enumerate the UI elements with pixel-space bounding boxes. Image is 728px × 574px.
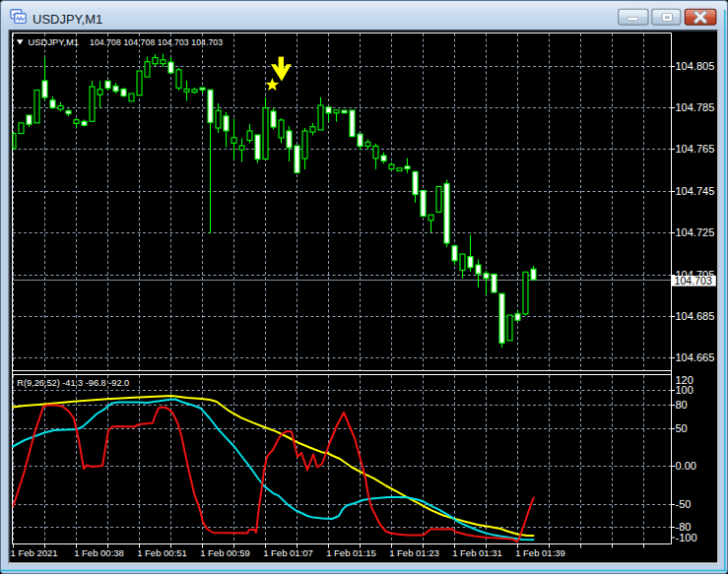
svg-text:1 Feb 01:07: 1 Feb 01:07 xyxy=(263,547,313,558)
svg-text:104.703: 104.703 xyxy=(675,275,712,287)
svg-text:1 Feb 01:23: 1 Feb 01:23 xyxy=(389,547,439,558)
svg-text:100: 100 xyxy=(676,384,694,396)
svg-text:0.00: 0.00 xyxy=(676,460,696,472)
svg-text:104.685: 104.685 xyxy=(676,310,715,322)
svg-text:1 Feb 01:31: 1 Feb 01:31 xyxy=(452,547,502,558)
svg-text:50: 50 xyxy=(676,422,688,434)
svg-text:1 Feb 01:15: 1 Feb 01:15 xyxy=(326,547,376,558)
svg-text:1 Feb 01:39: 1 Feb 01:39 xyxy=(515,547,565,558)
svg-text:1 Feb 00:38: 1 Feb 00:38 xyxy=(74,547,124,558)
svg-text:R(9,26,52) -41.3 -96.8 -92.0: R(9,26,52) -41.3 -96.8 -92.0 xyxy=(17,378,129,388)
svg-text:1 Feb 00:59: 1 Feb 00:59 xyxy=(200,547,250,558)
svg-text:-50: -50 xyxy=(676,498,692,510)
svg-text:USDJPY,M1: USDJPY,M1 xyxy=(29,36,79,47)
svg-text:104.665: 104.665 xyxy=(676,351,715,363)
svg-text:104.765: 104.765 xyxy=(676,143,715,155)
svg-text:USDJPY,M1: USDJPY,M1 xyxy=(33,12,102,27)
svg-text:80: 80 xyxy=(676,399,688,411)
svg-text:104.785: 104.785 xyxy=(676,101,715,113)
svg-text:-100: -100 xyxy=(676,532,697,543)
svg-text:104.708 104.708 104.703 104.70: 104.708 104.708 104.703 104.703 xyxy=(90,37,223,47)
svg-text:104.745: 104.745 xyxy=(676,185,715,197)
svg-text:1 Feb 2021: 1 Feb 2021 xyxy=(10,547,57,558)
svg-text:104.805: 104.805 xyxy=(676,60,715,72)
svg-text:1 Feb 00:51: 1 Feb 00:51 xyxy=(137,547,187,558)
svg-text:104.725: 104.725 xyxy=(676,226,715,238)
